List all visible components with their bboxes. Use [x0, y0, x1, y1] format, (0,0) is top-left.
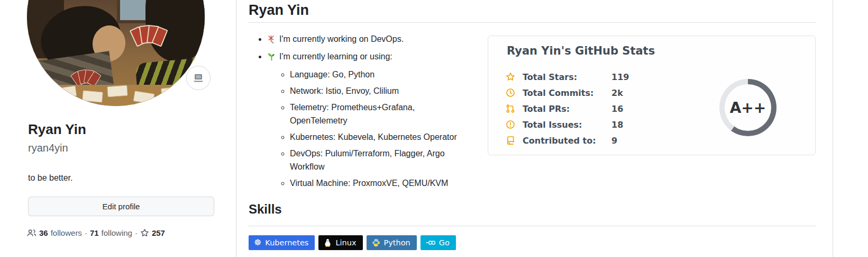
rank-grade: A++ — [725, 84, 771, 131]
readme-item: I'm currently working on DevOps. — [267, 32, 467, 47]
github-stats-card: Ryan Yin's GitHub Stats Total Stars: 119… — [488, 36, 816, 155]
rank-circle: A++ — [719, 79, 776, 136]
stat-label: Contributed to: — [523, 136, 611, 146]
badge-label: Python — [384, 238, 410, 247]
readme-subitem: Telemetry: Prometheus+Grafana, OpenTelem… — [290, 101, 467, 127]
stat-value: 9 — [611, 136, 617, 146]
python-icon — [372, 238, 380, 247]
readme-subitem: DevOps: Pulumi/Terraform, Flagger, Argo … — [290, 147, 467, 173]
readme-subitem: Kubernetes: Kubevela, Kubernetes Operato… — [290, 130, 467, 144]
repo-icon — [506, 136, 515, 145]
skills-badges: ☸ Kubernetes Linux Python — [249, 235, 456, 250]
stat-label: Total Stars: — [523, 72, 611, 82]
stat-row: Total PRs: 16 — [506, 101, 629, 117]
badge-python[interactable]: Python — [367, 235, 417, 250]
stat-label: Total Commits: — [523, 88, 611, 98]
readme-subitem: Network: Istio, Envoy, Clilium — [290, 84, 467, 98]
followers-count[interactable]: 36 — [39, 228, 48, 237]
following-label[interactable]: following — [102, 228, 132, 237]
badge-kubernetes[interactable]: ☸ Kubernetes — [249, 235, 315, 250]
go-icon — [426, 240, 435, 246]
stat-value: 18 — [611, 120, 623, 130]
starred-count[interactable]: 257 — [152, 228, 165, 237]
stat-value: 16 — [611, 104, 623, 114]
page-right-border — [833, 0, 833, 257]
star-icon — [140, 228, 149, 237]
stats-card-title: Ryan Yin's GitHub Stats — [507, 45, 655, 57]
readme-list: I'm currently working on DevOps. I'm cur… — [249, 30, 467, 193]
readme-heading: Ryan Yin — [249, 1, 309, 19]
sidebar-divider — [236, 0, 236, 257]
readme-item-text: I'm currently working on DevOps. — [279, 34, 404, 43]
pull-request-icon — [506, 104, 515, 113]
kubernetes-icon: ☸ — [254, 238, 261, 247]
linux-icon — [324, 238, 332, 247]
badge-label: Kubernetes — [265, 238, 308, 247]
followers-label[interactable]: followers — [51, 228, 82, 237]
stat-row: Total Issues: 18 — [506, 117, 629, 132]
edit-profile-button[interactable]: Edit profile — [28, 197, 214, 216]
avatar-art-card — [161, 86, 182, 99]
star-icon — [506, 72, 515, 82]
stat-label: Total Issues: — [523, 120, 611, 130]
stat-row: Total Stars: 119 — [506, 69, 629, 85]
avatar-art-card — [56, 85, 77, 99]
seedling-icon — [267, 51, 276, 65]
readme-item: I'm currently learning or using: Languag… — [267, 50, 467, 190]
badge-label: Linux — [335, 238, 356, 247]
status-badge[interactable] — [186, 66, 211, 90]
separator-dot: · — [135, 228, 138, 237]
readme-item-text: I'm currently learning or using: — [279, 52, 392, 61]
profile-username: ryan4yin — [28, 141, 68, 155]
fireworks-icon — [267, 34, 276, 47]
stat-label: Total PRs: — [523, 104, 611, 114]
readme-title-rule — [249, 22, 816, 23]
stats-rows: Total Stars: 119 Total Commits: 2k Total… — [506, 69, 629, 148]
readme-subitem: Virtual Machine: ProxmoxVE, QEMU/KVM — [290, 176, 467, 190]
avatar-art-card — [82, 90, 103, 102]
avatar-art-card — [107, 85, 127, 98]
follow-stats-row: 36 followers · 71 following · 257 — [27, 228, 165, 237]
stat-row: Contributed to: 9 — [506, 132, 629, 148]
laptop-icon — [192, 72, 205, 84]
github-profile-page: Ryan Yin ryan4yin to be better. Edit pro… — [0, 0, 868, 257]
badge-label: Go — [439, 238, 450, 247]
skills-title-rule — [249, 226, 816, 226]
badge-go[interactable]: Go — [421, 235, 456, 250]
profile-bio: to be better. — [28, 172, 73, 184]
stat-value: 119 — [611, 72, 629, 82]
profile-name: Ryan Yin — [28, 121, 86, 138]
profile-avatar[interactable] — [27, 0, 205, 106]
stat-row: Total Commits: 2k — [506, 85, 629, 101]
separator-dot: · — [85, 228, 87, 237]
issue-icon — [506, 120, 515, 129]
commits-icon — [506, 88, 515, 98]
skills-heading: Skills — [249, 201, 282, 217]
badge-linux[interactable]: Linux — [318, 235, 362, 250]
following-count[interactable]: 71 — [90, 228, 99, 237]
stat-value: 2k — [611, 88, 623, 98]
readme-subitem: Language: Go, Python — [290, 68, 467, 81]
people-icon — [27, 228, 36, 237]
